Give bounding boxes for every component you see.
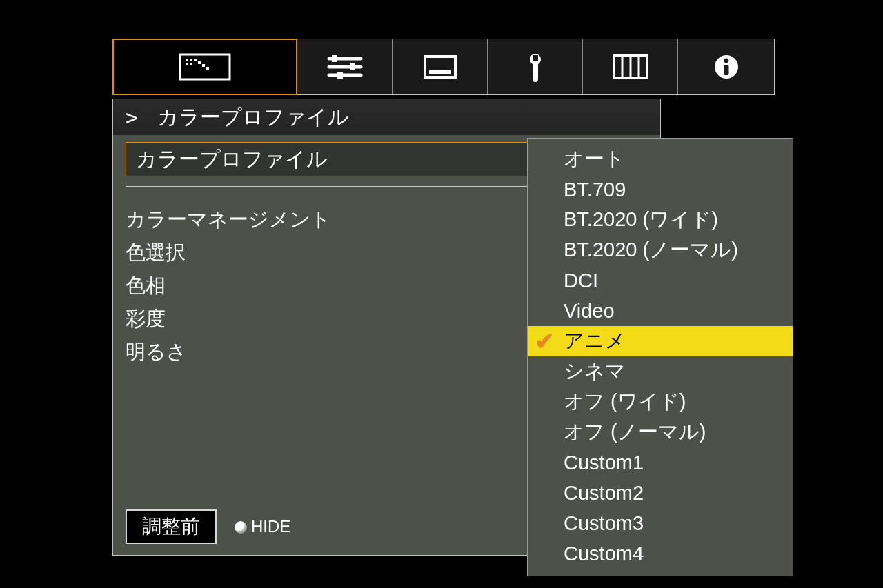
option-custom3[interactable]: Custom3 — [528, 508, 793, 538]
option-bt709[interactable]: BT.709 — [528, 174, 793, 205]
option-off-wide[interactable]: オフ (ワイド) — [528, 387, 793, 417]
tab-bar — [112, 39, 775, 95]
hue-label: 色相 — [126, 272, 587, 300]
settings-panel: カラープロファイル カラーマネージメント 色選択 色相 0 彩度 0 明るさ 0 — [112, 135, 661, 556]
svg-rect-4 — [186, 63, 188, 65]
panel-footer: 調整前 HIDE — [126, 509, 290, 544]
before-adjust-button[interactable]: 調整前 — [126, 509, 217, 544]
svg-rect-6 — [198, 61, 201, 64]
breadcrumb-marker: > — [126, 105, 138, 130]
svg-rect-14 — [337, 72, 343, 79]
input-signal-icon — [422, 54, 458, 80]
color-profile-popup: オート BT.709 BT.2020 (ワイド) BT.2020 (ノーマル) … — [527, 138, 793, 576]
wrench-icon — [526, 51, 545, 83]
option-dci[interactable]: DCI — [528, 265, 793, 296]
option-custom4[interactable]: Custom4 — [528, 538, 793, 569]
svg-rect-16 — [429, 70, 451, 74]
osd-menu: > カラープロファイル カラープロファイル カラーマネージメント 色選択 色相 … — [112, 39, 775, 556]
svg-rect-3 — [194, 59, 197, 61]
svg-rect-5 — [190, 63, 192, 65]
tab-grid[interactable] — [583, 39, 678, 94]
tab-input[interactable] — [393, 39, 488, 94]
hide-label: HIDE — [251, 517, 290, 536]
sliders-icon — [326, 53, 364, 81]
check-icon: ✔ — [535, 330, 554, 353]
option-video[interactable]: Video — [528, 296, 793, 326]
info-icon — [713, 53, 740, 81]
option-cinema[interactable]: シネマ — [528, 356, 793, 387]
hide-indicator[interactable]: HIDE — [235, 517, 290, 536]
svg-rect-8 — [206, 67, 209, 70]
option-bt2020-wide[interactable]: BT.2020 (ワイド) — [528, 205, 793, 235]
option-custom1[interactable]: Custom1 — [528, 447, 793, 478]
tab-picture[interactable] — [112, 39, 297, 95]
option-anime[interactable]: ✔ アニメ — [528, 326, 793, 356]
brightness-label: 明るさ — [126, 338, 587, 366]
picture-mode-icon — [175, 50, 235, 83]
breadcrumb: > カラープロファイル — [112, 99, 661, 135]
color-profile-label: カラープロファイル — [136, 145, 328, 174]
svg-rect-23 — [724, 65, 728, 75]
svg-point-22 — [724, 59, 728, 63]
svg-rect-1 — [186, 59, 188, 61]
svg-rect-12 — [332, 55, 337, 62]
svg-rect-7 — [202, 64, 205, 67]
tab-adjust[interactable] — [297, 39, 393, 94]
hide-dot-icon — [235, 521, 247, 534]
svg-rect-13 — [350, 63, 355, 70]
option-custom2[interactable]: Custom2 — [528, 478, 793, 508]
tab-info[interactable] — [678, 39, 774, 94]
option-bt2020-normal[interactable]: BT.2020 (ノーマル) — [528, 235, 793, 265]
option-auto[interactable]: オート — [528, 144, 793, 174]
tab-setup[interactable] — [488, 39, 583, 94]
breadcrumb-title: カラープロファイル — [157, 103, 349, 132]
install-grid-icon — [612, 54, 649, 80]
saturation-label: 彩度 — [126, 305, 587, 333]
option-off-normal[interactable]: オフ (ノーマル) — [528, 417, 793, 447]
svg-rect-2 — [190, 59, 192, 61]
